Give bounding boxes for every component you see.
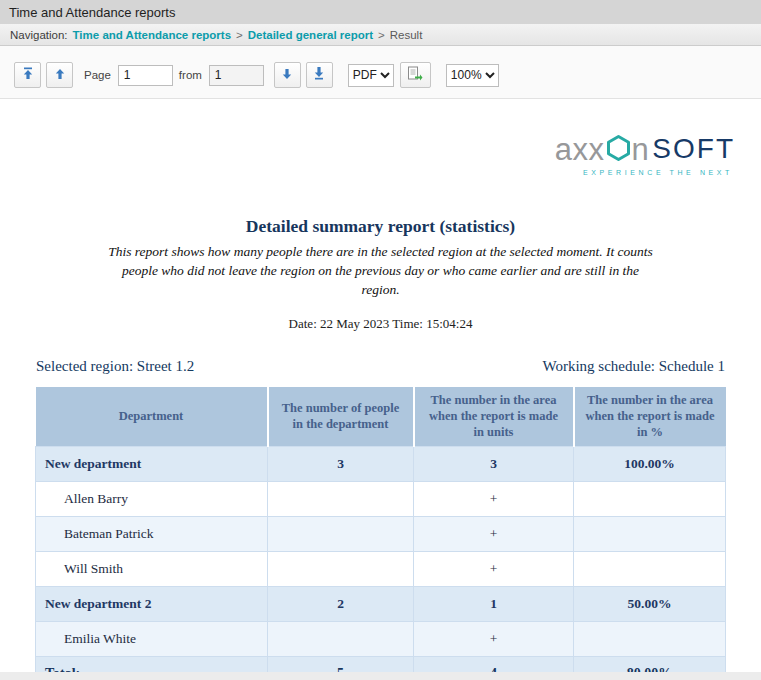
table-row-total: Total: 5 4 80.00% xyxy=(36,657,726,672)
cell-total-people: 5 xyxy=(268,657,414,672)
cell-in-area-percent: 50.00% xyxy=(574,587,726,622)
export-report-icon xyxy=(407,66,423,85)
cell-in-area-percent xyxy=(574,482,726,517)
cell-department-name: New department xyxy=(36,447,268,482)
logo-text-axx: axx xyxy=(555,134,605,165)
logo-text-n: n xyxy=(632,134,650,165)
cell-in-area-percent xyxy=(574,552,726,587)
cell-in-area-units: 3 xyxy=(414,447,574,482)
table-row-person: Allen Barry + xyxy=(36,482,726,517)
column-header-in-area-percent: The number in the area when the report i… xyxy=(574,387,726,446)
axxonsoft-logo: axx n SOFT EXPERIENCE THE NEXT xyxy=(0,133,735,176)
selected-region-text: Selected region: Street 1.2 xyxy=(36,358,194,375)
cell-person-name: Will Smith xyxy=(36,552,268,587)
report-toolbar: Page from PDF 100% xyxy=(0,46,761,99)
cell-total-label: Total: xyxy=(36,657,268,672)
report-table: Department The number of people in the d… xyxy=(35,387,726,672)
logo-text-soft: SOFT xyxy=(652,135,735,163)
table-header-row: Department The number of people in the d… xyxy=(36,387,726,446)
column-header-department: Department xyxy=(36,387,268,446)
table-row-department: New department 2 2 1 50.00% xyxy=(36,587,726,622)
cell-in-area-units: 1 xyxy=(414,587,574,622)
cell-in-area-units: + xyxy=(414,517,574,552)
column-header-in-area-units: The number in the area when the report i… xyxy=(414,387,574,446)
cell-in-area-units: + xyxy=(414,552,574,587)
breadcrumb-link-detailed-general-report[interactable]: Detailed general report xyxy=(248,29,373,41)
from-label: from xyxy=(179,69,202,81)
breadcrumb-link-reports[interactable]: Time and Attendance reports xyxy=(73,29,231,41)
next-page-button[interactable] xyxy=(274,62,301,88)
cell-in-area-units: + xyxy=(414,622,574,657)
last-page-arrow-icon xyxy=(313,66,325,84)
first-page-arrow-icon xyxy=(22,66,34,84)
last-page-button[interactable] xyxy=(306,62,333,88)
window-titlebar: Time and Attendance reports xyxy=(0,0,761,24)
breadcrumb-label: Navigation: xyxy=(10,29,68,41)
report-description: This report shows how many people there … xyxy=(108,242,653,299)
cell-people-count xyxy=(268,482,414,517)
report-page: axx n SOFT EXPERIENCE THE NEXT Detailed … xyxy=(0,99,761,672)
bottom-gutter xyxy=(0,672,761,680)
cell-person-name: Emilia White xyxy=(36,622,268,657)
cell-people-count xyxy=(268,622,414,657)
logo-tagline: EXPERIENCE THE NEXT xyxy=(583,169,735,176)
export-format-select[interactable]: PDF xyxy=(348,64,394,87)
cell-in-area-percent xyxy=(574,517,726,552)
column-header-people-in-department: The number of people in the department xyxy=(268,387,414,446)
breadcrumb-current-result: Result xyxy=(390,29,423,41)
breadcrumb: Navigation: Time and Attendance reports … xyxy=(0,24,761,46)
report-parameters-row: Selected region: Street 1.2 Working sche… xyxy=(36,358,725,375)
cell-in-area-units: + xyxy=(414,482,574,517)
table-row-department: New department 3 3 100.00% xyxy=(36,447,726,482)
working-schedule-text: Working schedule: Schedule 1 xyxy=(543,358,726,375)
page-number-input[interactable] xyxy=(118,65,173,86)
previous-page-button[interactable] xyxy=(46,62,73,88)
first-page-button[interactable] xyxy=(14,62,41,88)
cell-total-percent: 80.00% xyxy=(574,657,726,672)
page-label: Page xyxy=(84,69,111,81)
table-row-person: Will Smith + xyxy=(36,552,726,587)
cell-person-name: Bateman Patrick xyxy=(36,517,268,552)
cell-in-area-percent xyxy=(574,622,726,657)
cell-total-units: 4 xyxy=(414,657,574,672)
total-pages-input[interactable] xyxy=(209,65,264,86)
report-title: Detailed summary report (statistics) xyxy=(0,216,761,237)
cell-in-area-percent: 100.00% xyxy=(574,447,726,482)
table-row-person: Emilia White + xyxy=(36,622,726,657)
next-page-arrow-icon xyxy=(281,66,293,84)
cell-people-count: 2 xyxy=(268,587,414,622)
cell-people-count: 3 xyxy=(268,447,414,482)
report-datetime: Date: 22 May 2023 Time: 15:04:24 xyxy=(0,316,761,332)
cell-department-name: New department 2 xyxy=(36,587,268,622)
hexagon-logo-icon xyxy=(606,134,631,166)
cell-people-count xyxy=(268,552,414,587)
export-report-button[interactable] xyxy=(400,62,431,88)
zoom-select[interactable]: 100% xyxy=(446,64,499,87)
breadcrumb-separator: > xyxy=(378,29,385,41)
cell-person-name: Allen Barry xyxy=(36,482,268,517)
window-title: Time and Attendance reports xyxy=(9,5,175,20)
previous-page-arrow-icon xyxy=(54,66,66,84)
table-row-person: Bateman Patrick + xyxy=(36,517,726,552)
cell-people-count xyxy=(268,517,414,552)
breadcrumb-separator: > xyxy=(236,29,243,41)
